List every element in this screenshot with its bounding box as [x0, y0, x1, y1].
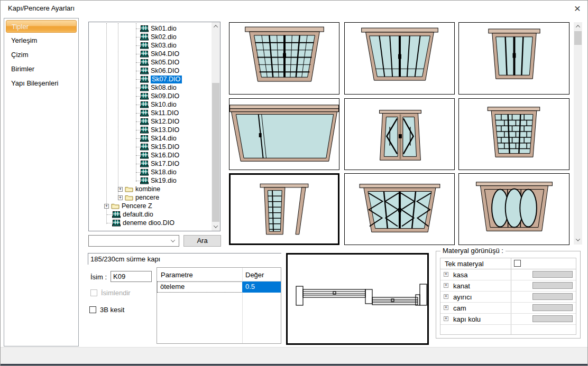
- dio-file-icon: [140, 59, 149, 66]
- expand-icon[interactable]: +: [118, 195, 123, 200]
- material-color-button[interactable]: [532, 293, 573, 300]
- dio-file-icon: [140, 152, 149, 159]
- material-name-label: kapı kolu: [453, 315, 481, 323]
- tree-item[interactable]: Sk18.dio: [89, 168, 212, 176]
- tree-scrollbar-thumb[interactable]: [212, 83, 219, 222]
- dio-file-icon: [140, 68, 149, 74]
- sidebar-item-yerlesim[interactable]: Yerleşim: [6, 34, 77, 47]
- tree-item[interactable]: Sk09.DIO: [89, 92, 212, 100]
- material-color-button[interactable]: [532, 304, 573, 311]
- sidebar-item-yapi-bilesenleri[interactable]: Yapı Bileşenleri: [6, 77, 77, 90]
- expand-icon[interactable]: +: [104, 204, 109, 209]
- material-name-label: ayırıcı: [453, 293, 472, 301]
- tree-connector: [136, 71, 140, 71]
- tree-item-label: Sk09.DIO: [151, 92, 179, 100]
- expand-icon[interactable]: +: [444, 316, 448, 321]
- rename-checkbox[interactable]: [90, 289, 97, 296]
- material-row: +ayırıcı: [440, 292, 576, 303]
- tree-item[interactable]: Sk01.dio: [89, 24, 212, 33]
- expand-icon[interactable]: +: [444, 305, 448, 310]
- material-name-label: kanat: [453, 282, 470, 290]
- file-tree: Sk01.dioSk02.dioSk03.dioSk04.DIOSk05.DIO…: [89, 22, 212, 231]
- dio-file-icon: [140, 118, 149, 125]
- section-3d-checkbox[interactable]: [89, 306, 96, 313]
- single-material-label: Tek materyal: [445, 260, 484, 268]
- thumbnail-sliding-door-brick-pattern[interactable]: [458, 98, 569, 170]
- tree-item[interactable]: +Pencere Z: [89, 202, 212, 210]
- tree-item[interactable]: default.dio: [89, 210, 212, 219]
- scroll-down-icon[interactable]: [574, 236, 582, 244]
- close-icon[interactable]: ×: [571, 2, 584, 15]
- expand-icon[interactable]: +: [444, 294, 448, 299]
- tree-item[interactable]: +pencere: [89, 193, 212, 202]
- parameter-name-cell[interactable]: öteleme: [157, 281, 242, 293]
- thumbnail-sliding-door-large-glass-closeup[interactable]: [229, 98, 339, 170]
- scroll-down-icon[interactable]: [212, 222, 220, 231]
- dio-file-icon: [140, 177, 149, 184]
- parameter-value-cell[interactable]: 0.5: [242, 281, 281, 293]
- tree-item[interactable]: Sk17.DIO: [89, 159, 212, 168]
- tree-item[interactable]: Sk14.dio: [89, 134, 212, 143]
- tree-item[interactable]: Sk07.DIO: [89, 75, 212, 83]
- thumbnail-pocket-sliding-door-open[interactable]: [229, 173, 339, 245]
- parameter-row[interactable]: öteleme0.5: [157, 281, 281, 293]
- folder-icon: [125, 194, 133, 201]
- tree-item[interactable]: Sk11.DIO: [89, 109, 212, 117]
- tree-item-label: Sk03.dio: [151, 42, 177, 49]
- material-color-button[interactable]: [532, 271, 573, 278]
- tree-connector: [136, 62, 140, 63]
- tree-item[interactable]: Sk06.DIO: [89, 67, 212, 75]
- tree-item[interactable]: Sk05.DIO: [89, 58, 212, 67]
- material-group-title: Materyal görünüşü :: [440, 247, 506, 255]
- thumbnail-sliding-door-oval-glass[interactable]: [458, 173, 569, 245]
- tree-item[interactable]: Sk03.dio: [89, 41, 212, 50]
- expand-icon[interactable]: +: [444, 272, 448, 277]
- sidebar-item-birimler[interactable]: Birimler: [6, 63, 77, 76]
- scroll-up-icon[interactable]: [574, 22, 582, 31]
- material-row: +kapı kolu: [440, 314, 576, 325]
- material-color-button[interactable]: [532, 315, 573, 322]
- thumbnails-scrollbar-thumb[interactable]: [574, 31, 582, 45]
- tree-item[interactable]: Sk12.DIO: [89, 117, 212, 126]
- tree-item[interactable]: Sk13.DIO: [89, 126, 212, 134]
- tree-connector: [136, 29, 140, 29]
- thumbnail-sliding-door-zigzag-mullions[interactable]: [344, 173, 455, 245]
- sidebar-item-tipler[interactable]: Tipler: [6, 20, 77, 33]
- tree-item[interactable]: Sk10.dio: [89, 100, 212, 109]
- sidebar: TiplerYerleşimÇizimBirimlerYapı Bileşenl…: [4, 18, 79, 346]
- dio-file-icon: [140, 34, 149, 41]
- material-color-button[interactable]: [532, 282, 573, 289]
- search-combobox[interactable]: [88, 235, 179, 247]
- name-input[interactable]: [111, 271, 152, 282]
- scroll-up-icon[interactable]: [212, 22, 220, 31]
- dio-file-icon: [140, 144, 149, 151]
- thumbnails-scrollbar[interactable]: [574, 22, 582, 245]
- thumbnail-sliding-door-vertical-mullions[interactable]: [344, 22, 455, 95]
- dio-file-icon: [140, 135, 149, 142]
- search-button[interactable]: Ara: [183, 235, 221, 247]
- thumbnail-sliding-door-grid-panes[interactable]: [229, 22, 339, 95]
- tree-item[interactable]: Sk08.dio: [89, 83, 212, 92]
- tree-connector: [136, 164, 140, 164]
- sidebar-item-cizim[interactable]: Çizim: [6, 49, 77, 61]
- tree-item[interactable]: Sk16.DIO: [89, 151, 212, 159]
- tree-scrollbar[interactable]: [212, 22, 220, 231]
- tree-item-label: Sk02.dio: [151, 33, 177, 41]
- tree-item[interactable]: Sk02.dio: [89, 33, 212, 41]
- tree-connector: [136, 181, 140, 181]
- dio-file-icon: [140, 127, 149, 134]
- search-combo-input[interactable]: [89, 236, 169, 246]
- tree-item[interactable]: Sk04.DIO: [89, 50, 212, 58]
- thumbnail-folding-door-diamond-mullions[interactable]: [344, 98, 455, 170]
- tree-item[interactable]: Sk15.DIO: [89, 143, 212, 151]
- tree-item-label: default.dio: [123, 211, 153, 218]
- tree-item-label: Pencere Z: [122, 202, 152, 210]
- single-material-checkbox[interactable]: [514, 260, 521, 267]
- expand-icon[interactable]: +: [444, 283, 448, 288]
- thumbnail-sliding-door-four-panes[interactable]: [458, 22, 569, 95]
- tree-item[interactable]: +kombine: [89, 185, 212, 193]
- expand-icon[interactable]: +: [118, 187, 123, 192]
- tree-connector: [136, 130, 140, 130]
- tree-item[interactable]: deneme dioo.DIO: [89, 219, 212, 227]
- tree-item[interactable]: Sk19.dio: [89, 176, 212, 185]
